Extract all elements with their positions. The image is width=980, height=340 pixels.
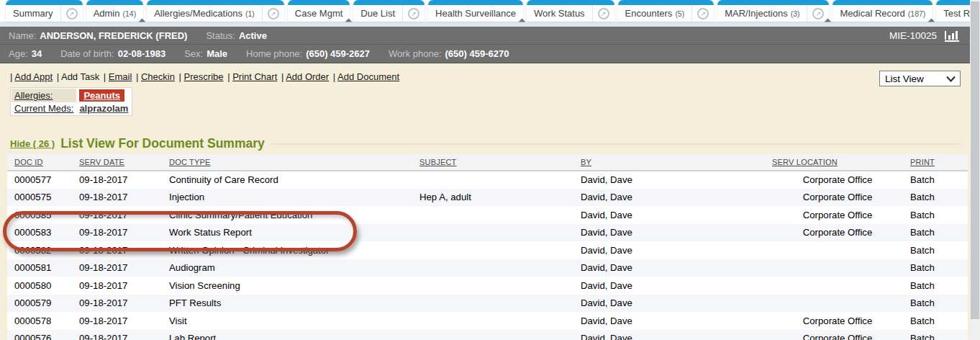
table-row[interactable]: 000058509-18-2017Clinic Summary/Patient …: [7, 206, 968, 224]
popout-button[interactable]: ↗: [592, 5, 614, 22]
dob-label: Date of birth:: [60, 48, 114, 59]
email-link[interactable]: Email: [109, 71, 132, 82]
patient-chart-page: Summary ↗ Admin(14) Allergies/Medication…: [0, 0, 980, 340]
table-row[interactable]: 000057509-18-2017InjectionHep A, adultDa…: [7, 189, 968, 207]
print-chart-link[interactable]: Print Chart: [232, 71, 277, 82]
hide-link[interactable]: Hide ( 26 ): [10, 138, 55, 149]
cell-serv-location: [765, 277, 903, 295]
col-header-by[interactable]: BY: [573, 154, 765, 171]
cell-serv-location: Corporate Office: [765, 330, 903, 340]
tab-summary[interactable]: Summary ↗: [6, 0, 83, 22]
tab-count: (187): [908, 9, 926, 18]
cell-serv-date: 09-18-2017: [72, 206, 162, 224]
cell-serv-location: Corporate Office: [765, 171, 903, 189]
cell-subject: Hep A, adult: [412, 189, 573, 207]
tab-count: (1): [245, 9, 255, 18]
tab-health-surveillance[interactable]: Health Surveillance: [428, 0, 523, 22]
patient-age: Age: 34: [9, 48, 42, 59]
cell-serv-location: Corporate Office: [765, 312, 903, 330]
popout-button[interactable]: ↗: [402, 5, 425, 22]
action-print-chart-wrap: Print Chart: [227, 71, 277, 82]
tab-count: (3): [791, 9, 800, 18]
popout-arrow-icon: ↗: [697, 8, 709, 19]
tab-label: Case Mgmt: [295, 8, 342, 19]
tab-label: Work Status: [534, 8, 585, 19]
col-header-doc-type[interactable]: DOC TYPE: [162, 154, 412, 171]
patient-work-phone: Work phone: (650) 459-6270: [389, 48, 509, 59]
tab-encounters[interactable]: Encounters(5) ↗: [618, 0, 714, 22]
table-row[interactable]: 000057909-18-2017PFT ResultsDavid, DaveB…: [7, 295, 968, 313]
tab-label: Medical Record: [840, 8, 904, 19]
bar-chart-icon[interactable]: [944, 30, 961, 42]
col-header-doc-id[interactable]: DOC ID: [7, 154, 72, 171]
status-label: Status:: [206, 30, 235, 41]
cell-serv-date: 09-18-2017: [72, 241, 162, 259]
table-row[interactable]: 000058209-18-2017Written Opinion - Crimi…: [7, 241, 968, 259]
add-document-link[interactable]: Add Document: [337, 71, 399, 82]
tab-label: Health Surveillance: [435, 8, 516, 19]
checkin-link[interactable]: Checkin: [141, 71, 175, 82]
cell-doc-id: 0000575: [7, 189, 72, 207]
popout-button[interactable]: ↗: [691, 5, 714, 22]
main-area: Summary ↗ Admin(14) Allergies/Medication…: [0, 0, 970, 340]
cell-subject: [412, 312, 573, 330]
work-phone-label: Work phone:: [389, 48, 441, 59]
cell-by: David, Dave: [573, 330, 765, 340]
cell-subject: [412, 241, 573, 259]
tab-case-mgmt[interactable]: Case Mgmt: [288, 0, 350, 22]
chart-content: Add Appt Add Task Email Checkin Prescrib…: [0, 63, 970, 340]
cell-serv-date: 09-18-2017: [72, 224, 162, 242]
tab-mar-injections[interactable]: MAR/Injections(3) ↗: [717, 0, 829, 22]
add-order-link[interactable]: Add Order: [286, 71, 329, 82]
cell-serv-location: Corporate Office: [765, 224, 903, 242]
tab-count: (14): [122, 9, 136, 18]
med-alprazolam-link[interactable]: alprazolam: [79, 103, 128, 114]
current-meds-label-cell: Current Meds:: [12, 102, 76, 115]
table-row[interactable]: 000057609-18-2017Lab ReportDavid, DaveCo…: [7, 330, 968, 340]
prescribe-link[interactable]: Prescribe: [184, 71, 224, 82]
tab-allergies-medications[interactable]: Allergies/Medications(1) ↗: [147, 0, 284, 22]
col-header-serv-location[interactable]: SERV LOCATION: [765, 154, 903, 171]
cell-by: David, Dave: [573, 277, 765, 295]
patient-home-phone: Home phone: (650) 459-2627: [246, 48, 370, 59]
tab-work-status[interactable]: Work Status ↗: [527, 0, 614, 22]
cell-by: David, Dave: [573, 295, 765, 313]
col-header-serv-date[interactable]: SERV DATE: [72, 154, 162, 171]
cell-serv-date: 09-18-2017: [72, 171, 162, 189]
table-row[interactable]: 000058309-18-2017Work Status ReportDavid…: [7, 224, 968, 242]
allergy-peanuts-link[interactable]: Peanuts: [79, 89, 124, 102]
action-checkin-wrap: Checkin: [136, 71, 175, 82]
cell-serv-location: Corporate Office: [765, 206, 903, 224]
table-row[interactable]: 000058009-18-2017Vision ScreeningDavid, …: [7, 277, 968, 295]
patient-name-bar: Name: ANDERSON, FREDERICK (FRED) Status:…: [0, 27, 970, 45]
cell-print: Batch: [903, 312, 968, 330]
add-appt-link[interactable]: Add Appt: [14, 71, 53, 82]
col-header-subject[interactable]: SUBJECT: [412, 154, 573, 171]
tab-due-list[interactable]: Due List ↗: [353, 0, 425, 22]
table-row[interactable]: 000057709-18-2017Continuity of Care Reco…: [7, 171, 968, 189]
allergies-link[interactable]: Allergies:: [14, 90, 53, 101]
add-task-link[interactable]: Add Task: [61, 71, 99, 82]
sex-label: Sex:: [184, 48, 203, 59]
current-meds-link[interactable]: Current Meds:: [14, 103, 73, 114]
cell-doc-type: Work Status Report: [162, 224, 412, 242]
vertical-scrollbar-track[interactable]: [970, 0, 980, 340]
vertical-scrollbar-thumb[interactable]: [971, 1, 979, 319]
age-label: Age:: [9, 48, 28, 59]
view-mode-select[interactable]: List View: [879, 71, 961, 86]
current-meds-value-cell: alprazolam: [76, 102, 131, 115]
col-header-print[interactable]: PRINT: [903, 154, 968, 171]
cell-doc-id: 0000582: [7, 241, 72, 259]
name-value: ANDERSON, FREDERICK (FRED): [40, 30, 187, 41]
patient-sex: Sex: Male: [184, 48, 227, 59]
popout-button[interactable]: ↗: [60, 5, 83, 22]
table-row[interactable]: 000058109-18-2017AudiogramDavid, DaveBat…: [7, 259, 968, 277]
tab-medical-record[interactable]: Medical Record(187): [832, 0, 933, 22]
cell-print: Batch: [903, 295, 968, 313]
table-header-row: DOC ID SERV DATE DOC TYPE SUBJECT BY SER…: [7, 154, 968, 171]
tab-admin[interactable]: Admin(14): [86, 0, 144, 22]
cell-serv-date: 09-18-2017: [72, 189, 162, 207]
cell-serv-location: [765, 295, 903, 313]
table-row[interactable]: 000057809-18-2017VisitDavid, DaveCorpora…: [7, 312, 968, 330]
popout-button[interactable]: ↗: [262, 5, 284, 22]
